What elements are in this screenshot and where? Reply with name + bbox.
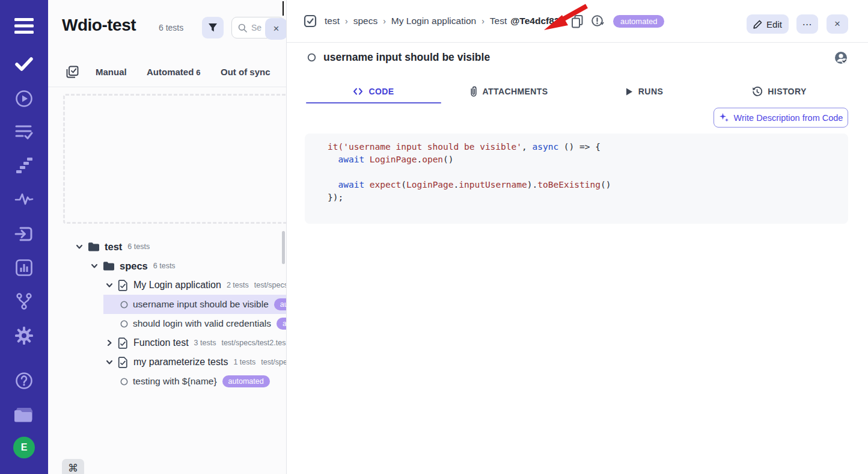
tree-file-row[interactable]: Function test3 teststest/specs/test2.tes [48,333,286,352]
tree-folder-row[interactable]: test6 tests [48,237,286,256]
automated-badge: automated [613,15,664,28]
spec-file-icon [118,337,128,349]
more-actions-button[interactable]: ⋯ [796,14,818,34]
close-search-button[interactable]: × [265,18,287,40]
automated-badge: automated [274,298,287,310]
tree-path: test/specs/test2.tes [221,339,286,347]
code-line [328,166,848,179]
tree-test-row[interactable]: username input should be visibleautomate… [48,295,286,314]
test-status-circle-icon [307,53,316,62]
tree-path: test/spe [261,358,287,366]
tests-check-icon[interactable] [0,57,48,72]
tab-code[interactable]: CODE [306,80,441,103]
pencil-icon [753,20,762,29]
detail-tabs: CODE ATTACHMENTS RUNS HISTORY [306,80,847,103]
tabs-divider [48,87,286,87]
select-all-icon[interactable] [66,66,79,81]
tab-manual[interactable]: Manual [96,67,127,77]
breadcrumb-separator: › [383,16,386,26]
automated-badge: automated [277,318,287,330]
chevron-down-icon[interactable] [105,358,114,366]
tree-count: 2 tests [227,281,249,289]
breadcrumb-separator: › [345,16,348,26]
copy-icon[interactable] [571,14,584,28]
tree-folder-row[interactable]: specs6 tests [48,256,286,275]
tree-label: Function test [133,337,189,348]
code-line: await LoginPage.open() [328,153,848,166]
tree-path: test/specs [254,281,287,289]
tree-label: test [105,241,122,253]
test-circle-icon [120,301,128,309]
projects-folder-icon[interactable] [0,405,48,423]
code-icon [353,87,363,96]
folder-icon [88,242,99,251]
sparkles-icon [719,112,729,123]
test-id: @Te4dcf828 [510,16,564,26]
tree-label: username input should be visible [133,299,269,310]
task-check-icon [304,14,317,28]
project-panel: Wdio-test 6 tests × Manual Automated6 Ou… [48,0,287,474]
user-avatar[interactable]: E [0,437,48,458]
code-line: }); [328,191,848,204]
command-key-badge[interactable]: ⌘ [62,459,84,474]
paperclip-icon [470,86,477,97]
filter-funnel-icon [208,23,218,32]
write-description-button[interactable]: Write Description from Code [714,108,848,128]
automated-badge: automated [222,375,270,387]
play-triangle-icon [625,87,633,96]
branch-icon[interactable] [0,292,48,310]
filter-button[interactable] [202,17,224,38]
test-circle-icon [120,378,128,386]
chevron-down-icon[interactable] [105,281,114,289]
tab-runs[interactable]: RUNS [576,80,712,103]
chevron-down-icon[interactable] [90,262,99,270]
tree-label: my parameterize tests [133,357,228,368]
settings-gear-icon[interactable] [0,326,48,345]
steps-icon[interactable] [0,158,48,174]
code-line: await expect(LoginPage.inputUsername).to… [328,179,848,191]
tree-count: 6 tests [153,262,176,270]
tab-automated[interactable]: Automated6 [147,67,201,77]
tree-file-row[interactable]: my parameterize tests1 teststest/spe [48,352,286,372]
tree-label: testing with ${name} [133,376,217,387]
project-test-count: 6 tests [159,23,183,32]
filter-tabs: Manual Automated6 Out of sync [48,61,286,85]
folder-icon [103,261,114,271]
app-sidebar: E [0,0,48,474]
breadcrumb-item[interactable]: test [325,16,340,26]
tree-count: 1 tests [233,358,255,366]
tree-label: My Login application [133,280,221,291]
runs-play-icon[interactable] [0,90,48,108]
close-detail-button[interactable]: × [827,14,848,34]
tree-test-row[interactable]: testing with ${name}automated [48,372,286,391]
import-icon[interactable] [0,225,48,243]
sync-alert-icon[interactable] [591,14,604,28]
assignee-avatar-icon[interactable] [834,51,848,67]
tree-test-row[interactable]: should login with valid credentialsautom… [48,314,286,333]
test-plan-icon[interactable] [0,124,48,141]
test-tree: test6 testsspecs6 testsMy Login applicat… [48,237,286,391]
breadcrumb-item[interactable]: Test [490,16,507,26]
tab-history[interactable]: HISTORY [712,80,847,103]
breadcrumb-item[interactable]: specs [353,16,378,26]
chevron-down-icon[interactable] [75,242,84,251]
chevron-right-icon[interactable] [105,339,114,347]
test-detail-panel: test›specs›My Login application›Test @Te… [287,0,868,474]
menu-icon[interactable] [0,17,48,35]
history-clock-icon [752,87,762,97]
test-circle-icon [120,320,128,328]
help-icon[interactable] [0,372,48,390]
text-cursor [283,1,284,16]
spec-file-icon [118,280,128,291]
edit-button[interactable]: Edit [747,14,789,34]
breadcrumb-item[interactable]: My Login application [391,16,476,26]
tab-out-of-sync[interactable]: Out of sync [221,67,270,77]
tree-count: 6 tests [127,242,150,251]
tab-attachments[interactable]: ATTACHMENTS [441,80,576,103]
avatar-initial: E [13,437,35,458]
tree-file-row[interactable]: My Login application2 teststest/specs [48,275,286,295]
pulse-icon[interactable] [0,191,48,207]
spec-file-icon [118,357,128,368]
project-title: Wdio-test [62,16,136,35]
analytics-icon[interactable] [0,259,48,277]
